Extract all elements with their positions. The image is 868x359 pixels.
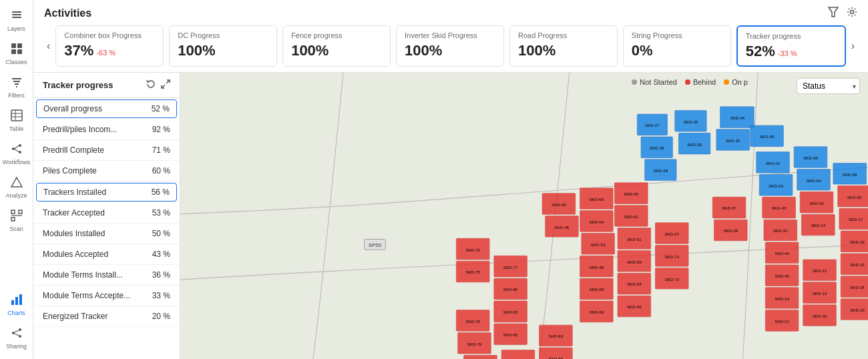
progress-card-road[interactable]: Road Progress 100%: [509, 25, 618, 67]
analyze-icon: [11, 176, 23, 191]
svg-text:SKD-05: SKD-05: [847, 195, 862, 200]
progress-card-combiner[interactable]: Combiner box Progress 37% -63 %: [55, 25, 164, 67]
cards-container: Combiner box Progress 37% -63 % DC Progr…: [53, 25, 848, 67]
progress-card-string[interactable]: String Progress 0%: [623, 25, 731, 67]
svg-marker-20: [11, 177, 22, 187]
content-area: Tracker progress Overall progress 52 % P: [33, 73, 868, 359]
card-title-string: String Progress: [632, 31, 722, 39]
legend-dot-behind: [685, 79, 690, 85]
svg-point-29: [12, 332, 15, 334]
list-item-predrill-inc[interactable]: Predrill/piles Incom... 92 %: [33, 119, 180, 140]
list-item-module-terms-accept[interactable]: Module Terms Accepte... 33 %: [33, 286, 180, 306]
svg-text:SKD-73: SKD-73: [465, 248, 480, 252]
svg-rect-25: [11, 300, 14, 305]
svg-text:SKD-40: SKD-40: [552, 202, 566, 207]
sidebar-item-charts[interactable]: Charts: [2, 290, 31, 320]
sidebar-item-workflows[interactable]: Workflows: [2, 139, 31, 169]
filter-icon[interactable]: [828, 7, 839, 20]
svg-point-28: [19, 328, 21, 331]
progress-card-inverter[interactable]: Inverter Skid Progress 100%: [396, 25, 504, 67]
list-item-modules-accepted[interactable]: Modules Accepted 43 %: [33, 244, 180, 265]
layers-icon: [11, 9, 23, 24]
svg-text:SKD-30: SKD-30: [687, 142, 702, 147]
list-item-tracker-accepted[interactable]: Tracker Accepted 53 %: [33, 203, 180, 224]
expand-icon[interactable]: [161, 79, 170, 91]
list-item-predrill-comp[interactable]: Predrill Complete 71 %: [33, 140, 180, 161]
item-pct-energized: 20 %: [152, 312, 170, 321]
card-value-fence: 100%: [291, 42, 329, 59]
legend-label-on-plan: On p: [732, 78, 748, 86]
legend-behind: Behind: [685, 78, 716, 86]
item-name-modules-installed: Modules Installed: [43, 229, 105, 238]
status-select[interactable]: Status Not Started Behind On Plan: [797, 78, 860, 94]
sidebar-item-charts-label: Charts: [7, 310, 25, 316]
cards-next-button[interactable]: ›: [849, 37, 857, 55]
sidebar-item-table[interactable]: Table: [2, 105, 31, 136]
map-area: Not Started Behind On p Status Not Start…: [180, 73, 868, 359]
progress-card-fence[interactable]: Fence progress 100%: [282, 25, 391, 67]
sidebar-item-layers[interactable]: Layers: [2, 5, 31, 36]
map-legend: Not Started Behind On p: [632, 78, 748, 86]
progress-card-dc[interactable]: DC Progress 100%: [169, 25, 277, 67]
svg-text:SKD-03: SKD-03: [769, 184, 783, 188]
card-value-inverter: 100%: [405, 42, 442, 59]
svg-text:SKD-45: SKD-45: [775, 274, 789, 278]
sidebar-item-workflows-label: Workflows: [3, 159, 30, 165]
svg-text:SKD-64: SKD-64: [627, 282, 642, 286]
sidebar-item-filters-label: Filters: [8, 92, 25, 99]
svg-text:SKD-79: SKD-79: [465, 319, 480, 324]
svg-text:SKD-55: SKD-55: [624, 192, 638, 196]
svg-rect-0: [12, 17, 21, 18]
card-title-road: Road Progress: [518, 31, 609, 39]
item-name-piles: Piles Complete: [43, 166, 97, 175]
charts-icon: [11, 294, 23, 308]
svg-text:SKD-28: SKD-28: [650, 145, 664, 150]
sidebar-item-sharing[interactable]: Sharing: [2, 323, 31, 354]
card-value-tracker: 52%: [746, 43, 775, 60]
cards-prev-button[interactable]: ‹: [44, 37, 53, 55]
svg-text:SKD-42: SKD-42: [809, 201, 824, 206]
item-pct-module-terms-install: 36 %: [152, 270, 170, 280]
card-title-dc: DC Progress: [178, 31, 268, 39]
progress-cards: ‹ Combiner box Progress 37% -63 % DC Pro…: [44, 25, 857, 72]
panel-icons: [146, 79, 170, 91]
svg-text:SKD-37: SKD-37: [664, 232, 679, 236]
svg-text:SKD-61: SKD-61: [624, 214, 638, 219]
list-item-overall[interactable]: Overall progress 52 %: [36, 99, 177, 118]
svg-text:SKD-24: SKD-24: [850, 285, 865, 290]
progress-card-tracker[interactable]: Tracker progress 52% -33 %: [736, 25, 846, 67]
item-name-predrill-inc: Predrill/piles Incom...: [43, 125, 117, 134]
item-name-module-terms-install: Module Terms Install...: [43, 270, 123, 280]
svg-rect-1: [12, 14, 21, 15]
left-panel: Tracker progress Overall progress 52 % P: [33, 73, 180, 359]
sidebar-item-analyze-label: Analyze: [5, 192, 27, 199]
item-name-module-terms-accept: Module Terms Accepte...: [43, 291, 130, 300]
svg-text:SKD-09: SKD-09: [843, 172, 857, 177]
refresh-icon[interactable]: [146, 79, 156, 91]
item-name-energized: Energized Tracker: [43, 312, 107, 321]
settings-icon[interactable]: [847, 7, 857, 20]
list-item-piles[interactable]: Piles Complete 60 %: [33, 161, 180, 182]
svg-text:SKD-83: SKD-83: [503, 310, 518, 314]
sidebar-item-scan[interactable]: Scan: [2, 206, 31, 236]
list-item-trackers-installed[interactable]: Trackers Installed 56 %: [36, 183, 177, 202]
sidebar-item-layers-label: Layers: [7, 25, 25, 32]
item-pct-trackers-installed: 56 %: [152, 188, 170, 197]
list-item-module-terms-install[interactable]: Module Terms Install... 36 %: [33, 265, 180, 286]
sidebar-item-analyze[interactable]: Analyze: [2, 172, 31, 203]
svg-point-16: [19, 144, 21, 147]
sidebar-item-classes[interactable]: Classes: [2, 39, 31, 69]
svg-text:SKD-66: SKD-66: [590, 310, 604, 314]
svg-text:SKD-80: SKD-80: [503, 287, 518, 292]
panel-title: Tracker progress: [43, 80, 114, 90]
svg-text:SKD-72: SKD-72: [664, 277, 679, 282]
svg-rect-21: [11, 210, 15, 214]
svg-text:SKD-85: SKD-85: [503, 332, 518, 337]
scan-icon: [11, 210, 23, 224]
sidebar-item-filters[interactable]: Filters: [2, 72, 31, 103]
list-item-energized[interactable]: Energized Tracker 20 %: [33, 306, 180, 327]
svg-text:SKD-54: SKD-54: [590, 220, 604, 224]
list-item-modules-installed[interactable]: Modules Installed 50 %: [33, 224, 180, 244]
item-name-trackers-installed: Trackers Installed: [43, 188, 106, 197]
header: Activities ‹ Combiner box Progress 37% -…: [33, 0, 868, 73]
